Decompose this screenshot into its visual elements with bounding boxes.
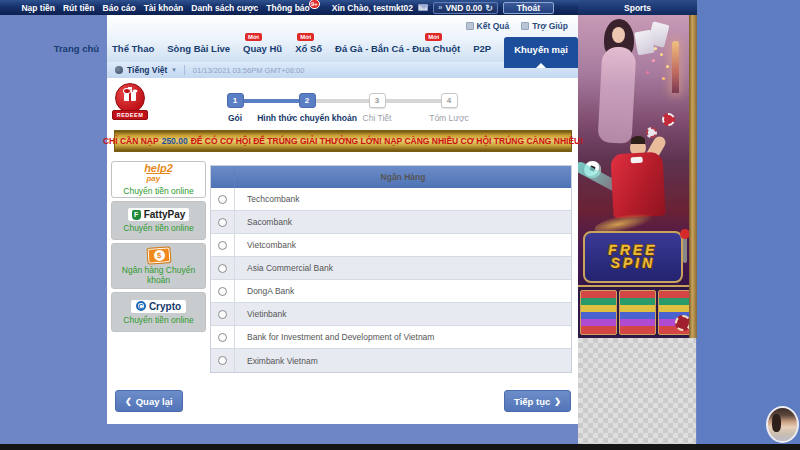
payment-method-fattypay[interactable]: F FattyPay Chuyển tiền online <box>111 201 206 240</box>
money-icon: $ <box>147 247 170 263</box>
menu-deposit[interactable]: Nạp tiền <box>21 3 55 13</box>
bank-radio[interactable] <box>218 310 227 319</box>
sports-panel-header: Sports <box>578 0 697 15</box>
right-background <box>697 0 800 444</box>
bank-name: Bank for Investment and Development of V… <box>235 326 571 348</box>
menu-bet-list[interactable]: Danh sách cược <box>191 3 258 13</box>
bank-radio[interactable] <box>218 356 227 365</box>
free-spin-text-2: SPIN <box>611 257 656 270</box>
promo-text-banner: CHỈ CẦN NẠP 250.00 ĐỂ CÓ CƠ HỘI ĐỂ TRÚNG… <box>114 130 572 152</box>
table-row: Asia Commercial Bank <box>211 257 571 280</box>
help-icon <box>521 22 529 30</box>
menu-notifications[interactable]: Thông báo 9+ <box>266 3 309 13</box>
mail-icon[interactable] <box>418 4 428 11</box>
table-row: DongA Bank <box>211 280 571 303</box>
nav-cockfight[interactable]: Mới Đá Gà - Bắn Cá - Đua Chuột <box>335 43 460 62</box>
balance-box: » VND 0.00 ↻ <box>433 2 498 14</box>
step-3-label: Chi Tiết <box>363 113 392 123</box>
crypto-c-icon: C <box>136 301 146 311</box>
fireworks-icon <box>660 53 663 56</box>
main-navbar: Kết Quả Trợ Giúp Trang chủ Thể Thao Sòng… <box>107 15 578 62</box>
step-1-number: 1 <box>227 93 244 108</box>
refresh-icon[interactable]: ↻ <box>485 3 493 13</box>
back-button[interactable]: ❮ Quay lại <box>115 390 183 412</box>
back-button-label: Quay lại <box>136 396 173 407</box>
menu-report[interactable]: Báo cáo <box>103 3 136 13</box>
user-section: Xin Chào, testmkt02 » VND 0.00 ↻ Thoát <box>332 2 554 14</box>
free-spin-slot: FREE SPIN <box>583 231 683 283</box>
bank-radio[interactable] <box>218 287 227 296</box>
nav-slots-label: Quay Hũ <box>243 43 282 54</box>
payment-method-bank-transfer[interactable]: $ Ngân hàng Chuyển khoản <box>111 243 206 289</box>
payment-method-help2pay[interactable]: help2 pay Chuyển tiền online <box>111 161 206 198</box>
bank-radio[interactable] <box>218 333 227 342</box>
nav-promotions[interactable]: Khuyến mại <box>504 37 578 68</box>
payment-label: Chuyển tiền online <box>123 315 193 325</box>
timestamp: 01/13/2021 03:56PM GMT+08:00 <box>193 66 305 75</box>
bank-table: Ngân Hàng Techcombank Sacombank Vietcomb… <box>210 165 572 373</box>
account-menu: Nạp tiền Rút tiền Báo cáo Tài khoản Danh… <box>21 3 309 13</box>
bank-name: Eximbank Vietnam <box>235 349 571 372</box>
radio-column-header <box>211 166 235 188</box>
continue-button-label: Tiếp tục <box>514 396 550 407</box>
bank-column-header: Ngân Hàng <box>235 166 571 188</box>
divider <box>184 65 185 75</box>
slot-lever-icon <box>683 237 687 263</box>
help2pay-logo: help2 pay <box>144 163 173 184</box>
step-1-label: Gói <box>228 113 242 123</box>
promo-player-jersey <box>610 152 665 219</box>
fattypay-logo-text: FattyPay <box>144 209 186 220</box>
step-4: 4 Tóm Lược <box>389 93 509 123</box>
bank-radio[interactable] <box>218 218 227 227</box>
nav-p2p[interactable]: P2P <box>473 43 491 62</box>
fattypay-shield-icon: F <box>132 210 141 220</box>
top-links: Kết Quả Trợ Giúp <box>466 21 568 31</box>
bank-name: DongA Bank <box>235 280 571 302</box>
bank-table-header: Ngân Hàng <box>211 166 571 188</box>
nav-lottery-label: Xổ Số <box>295 43 322 54</box>
nav-slots[interactable]: Mới Quay Hũ <box>243 43 282 62</box>
results-link[interactable]: Kết Quả <box>466 21 510 31</box>
banner-amount: 250.00 <box>162 136 188 146</box>
double-arrow-icon[interactable]: » <box>438 3 442 12</box>
bank-radio[interactable] <box>218 241 227 250</box>
bank-name: Techcombank <box>235 188 571 210</box>
payment-label: Ngân hàng Chuyển khoản <box>114 265 203 285</box>
chevron-down-icon[interactable]: ▾ <box>172 66 176 74</box>
sports-panel-title: Sports <box>624 3 651 13</box>
nav-sports[interactable]: Thể Thao <box>112 43 154 62</box>
bank-name: Sacombank <box>235 211 571 233</box>
bank-radio[interactable] <box>218 264 227 273</box>
promo-gold-edge <box>689 15 697 338</box>
table-row: Sacombank <box>211 211 571 234</box>
logout-button[interactable]: Thoát <box>503 2 554 14</box>
webcam-avatar[interactable] <box>766 406 799 443</box>
menu-notifications-label: Thông báo <box>266 3 309 13</box>
language-selector[interactable]: Tiếng Việt <box>127 65 167 75</box>
bank-radio[interactable] <box>218 195 227 204</box>
new-badge: Mới <box>425 33 442 41</box>
continue-button[interactable]: Tiếp tục ❯ <box>504 390 571 412</box>
checkered-area <box>578 338 696 444</box>
nav-home[interactable]: Trang chủ <box>54 43 99 62</box>
step-2-number: 2 <box>299 93 316 108</box>
payment-method-crypto[interactable]: C Crypto Chuyển tiền online <box>111 292 206 332</box>
payment-label: Chuyển tiền online <box>123 223 193 233</box>
nav-cockfight-label: Đá Gà - Bắn Cá - Đua Chuột <box>335 43 460 54</box>
globe-icon <box>115 66 123 74</box>
nav-live-casino[interactable]: Sòng Bài Live <box>167 43 230 62</box>
nav-lottery[interactable]: Mới Xổ Số <box>295 43 322 62</box>
menu-account[interactable]: Tài khoản <box>144 3 184 13</box>
casino-chip-icon <box>662 113 675 126</box>
top-bar: Nạp tiền Rút tiền Báo cáo Tài khoản Danh… <box>0 0 578 15</box>
dollar-coin-icon: $ <box>153 249 165 261</box>
promo-woman-face <box>612 27 625 43</box>
help-link[interactable]: Trợ Giúp <box>521 21 568 31</box>
promo-banner-image: FREE SPIN <box>578 15 697 338</box>
chevron-right-icon: ❯ <box>554 397 561 406</box>
table-row: Techcombank <box>211 188 571 211</box>
bank-name: Vietcombank <box>235 234 571 256</box>
slot-reel <box>619 290 656 335</box>
menu-withdraw[interactable]: Rút tiền <box>63 3 95 13</box>
bank-name: Asia Commercial Bank <box>235 257 571 279</box>
